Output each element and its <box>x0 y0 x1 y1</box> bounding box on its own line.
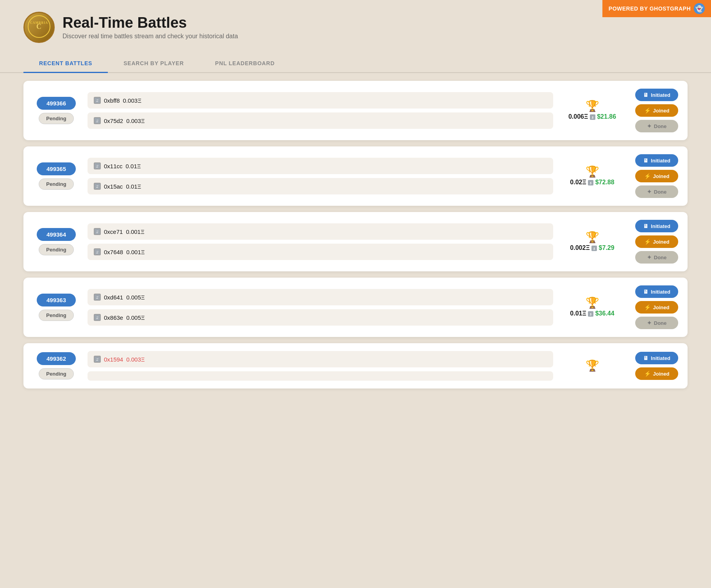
players-section: Ξ0xbff8 0.003ΞΞ0x75d2 0.003Ξ <box>88 92 553 129</box>
player-amount: 0.01Ξ <box>126 163 141 169</box>
prize-section: 🏆0.02Ξ $ $72.88 <box>561 166 623 186</box>
svg-text:Ξ: Ξ <box>96 185 98 189</box>
done-icon: ✦ <box>647 189 652 195</box>
initiated-button[interactable]: 🖥Initiated <box>635 285 678 298</box>
svg-text:C: C <box>36 23 42 30</box>
joined-button[interactable]: ⚡Joined <box>635 104 678 117</box>
svg-text:Ξ: Ξ <box>96 119 98 123</box>
joined-label: Joined <box>653 371 670 377</box>
player-row: Ξ0xd641 0.005Ξ <box>88 289 553 305</box>
battle-card: 499366PendingΞ0xbff8 0.003ΞΞ0x75d2 0.003… <box>23 81 688 140</box>
player-row: Ξ0x15ac 0.01Ξ <box>88 178 553 194</box>
logo-circle: CAMBRIA C <box>23 12 55 43</box>
player-amount: 0.01Ξ <box>126 183 141 190</box>
player-amount: 0.005Ξ <box>126 314 145 321</box>
prize-amount: 0.006Ξ $ $21.86 <box>568 113 616 120</box>
battle-status-badge: Pending <box>39 113 73 124</box>
done-label: Done <box>654 189 667 195</box>
player-amount: 0.001Ξ <box>126 228 144 235</box>
players-section: Ξ0x1594 0.003Ξ <box>88 351 553 381</box>
battle-id-section: 499362Pending <box>33 352 80 380</box>
eth-box-icon: Ξ <box>94 117 101 124</box>
battle-card: 499362PendingΞ0x1594 0.003Ξ🏆🖥Initiated⚡J… <box>23 343 688 388</box>
player-address: 0x15ac <box>104 183 123 190</box>
svg-text:Ξ: Ξ <box>96 358 98 362</box>
prize-amount: 0.002Ξ $ $7.29 <box>570 244 614 251</box>
done-icon: ✦ <box>647 123 652 129</box>
initiated-button[interactable]: 🖥Initiated <box>635 220 678 232</box>
player-row: Ξ0xce71 0.001Ξ <box>88 223 553 240</box>
player-address: 0xce71 <box>104 228 123 235</box>
players-section: Ξ0xce71 0.001ΞΞ0x7648 0.001Ξ <box>88 223 553 260</box>
battle-id-badge: 499363 <box>37 294 76 306</box>
player-address: 0x863e <box>104 314 123 321</box>
battle-id-section: 499365Pending <box>33 162 80 190</box>
actions-section: 🖥Initiated⚡Joined✦Done <box>631 220 678 264</box>
joined-button[interactable]: ⚡Joined <box>635 367 678 380</box>
actions-section: 🖥Initiated⚡Joined✦Done <box>631 285 678 329</box>
joined-button[interactable]: ⚡Joined <box>635 170 678 182</box>
initiated-label: Initiated <box>651 92 670 98</box>
logo-text: CAMBRIA C <box>27 15 51 39</box>
page-subtitle: Discover real time battles stream and ch… <box>63 33 688 40</box>
actions-section: 🖥Initiated⚡Joined <box>631 352 678 380</box>
joined-button[interactable]: ⚡Joined <box>635 301 678 314</box>
done-button[interactable]: ✦Done <box>635 185 678 198</box>
joined-label: Joined <box>653 108 670 114</box>
done-label: Done <box>654 255 667 260</box>
player-row: Ξ0x863e 0.005Ξ <box>88 309 553 326</box>
svg-text:Ξ: Ξ <box>96 250 98 254</box>
battle-id-badge: 499364 <box>37 228 76 241</box>
done-button[interactable]: ✦Done <box>635 120 678 132</box>
eth-box-icon: Ξ <box>94 294 101 301</box>
trophy-icon: 🏆 <box>586 166 599 177</box>
battle-status-badge: Pending <box>39 368 73 380</box>
trophy-icon: 🏆 <box>586 232 599 243</box>
prize-section: 🏆0.002Ξ $ $7.29 <box>561 232 623 251</box>
prize-usd: $21.86 <box>597 113 616 120</box>
page-title: Real-Time Battles <box>63 15 688 31</box>
joined-button[interactable]: ⚡Joined <box>635 235 678 248</box>
svg-text:Ξ: Ξ <box>96 164 98 168</box>
trophy-icon: 🏆 <box>586 360 599 371</box>
joined-label: Joined <box>653 239 670 245</box>
battle-id-badge: 499365 <box>37 162 76 175</box>
actions-section: 🖥Initiated⚡Joined✦Done <box>631 154 678 198</box>
joined-label: Joined <box>653 305 670 310</box>
tab-pnl-leaderboard[interactable]: PNL LEADERBOARD <box>200 55 291 73</box>
players-section: Ξ0xd641 0.005ΞΞ0x863e 0.005Ξ <box>88 289 553 326</box>
initiated-button[interactable]: 🖥Initiated <box>635 154 678 167</box>
joined-icon: ⚡ <box>644 239 651 245</box>
battle-id-section: 499363Pending <box>33 294 80 321</box>
initiated-label: Initiated <box>651 158 670 164</box>
player-address: 0xd641 <box>104 294 123 301</box>
player-amount: 0.003Ξ <box>123 97 141 104</box>
initiated-label: Initiated <box>651 289 670 295</box>
prize-usd: $36.44 <box>595 310 615 317</box>
banner-text: POWERED BY GHOSTGRAPH <box>609 5 691 12</box>
battle-card: 499363PendingΞ0xd641 0.005ΞΞ0x863e 0.005… <box>23 278 688 337</box>
tab-search-player[interactable]: SEARCH BY PLAYER <box>108 55 199 73</box>
initiated-button[interactable]: 🖥Initiated <box>635 352 678 364</box>
player-row: Ξ0xbff8 0.003Ξ <box>88 92 553 109</box>
ghost-icon: 👻 <box>694 3 705 14</box>
battle-status-badge: Pending <box>39 310 73 321</box>
player-address: 0x1594 <box>104 356 123 363</box>
battle-id-section: 499364Pending <box>33 228 80 255</box>
player-row: Ξ0x1594 0.003Ξ <box>88 351 553 367</box>
player-address: 0x11cc <box>104 163 123 169</box>
svg-text:Ξ: Ξ <box>96 296 98 299</box>
battle-status-badge: Pending <box>39 178 73 190</box>
prize-section: 🏆 <box>561 360 623 371</box>
player-row: Ξ0x11cc 0.01Ξ <box>88 158 553 174</box>
player-row: Ξ0x7648 0.001Ξ <box>88 244 553 260</box>
initiated-button[interactable]: 🖥Initiated <box>635 89 678 101</box>
battle-id-badge: 499366 <box>37 97 76 110</box>
eth-box-icon: Ξ <box>94 356 101 363</box>
done-button[interactable]: ✦Done <box>635 317 678 329</box>
initiated-icon: 🖥 <box>643 289 648 295</box>
tab-recent-battles[interactable]: RECENT BATTLES <box>23 55 108 73</box>
done-button[interactable]: ✦Done <box>635 251 678 264</box>
svg-text:Ξ: Ξ <box>96 99 98 103</box>
initiated-label: Initiated <box>651 223 670 229</box>
